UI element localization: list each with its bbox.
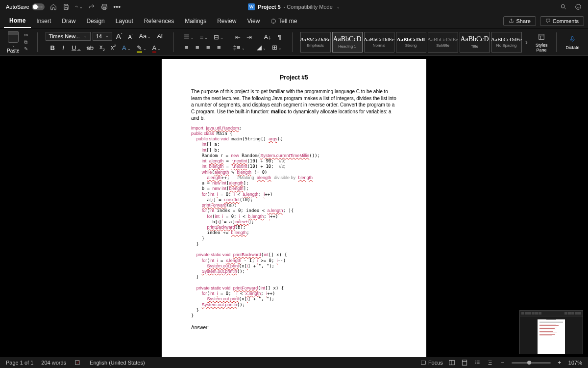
format-painter-icon[interactable]: ✎	[23, 46, 29, 52]
page-count[interactable]: Page 1 of 1	[6, 360, 33, 366]
styles-more-icon[interactable]: ›	[523, 32, 530, 53]
thumbnail-preview[interactable]	[519, 310, 583, 354]
undo-icon[interactable]: ⌄	[75, 3, 83, 11]
size-select[interactable]: 14⌄	[93, 32, 112, 41]
tell-me[interactable]: Tell me	[265, 15, 302, 27]
strike-button[interactable]: ab	[85, 43, 96, 53]
svg-rect-1	[101, 6, 107, 8]
font-select[interactable]: Times New...⌄	[46, 32, 91, 41]
home-icon[interactable]	[49, 3, 57, 11]
align-center-icon[interactable]: ≡	[193, 43, 202, 52]
increase-indent-icon[interactable]: ⇥	[245, 32, 254, 42]
justify-icon[interactable]: ≡	[215, 43, 223, 52]
style-name: Subtitle	[436, 43, 449, 48]
change-case-icon[interactable]: Aa⌄	[137, 31, 153, 41]
highlight-icon[interactable]: ✎⌄	[135, 43, 148, 53]
focus-mode[interactable]: Focus	[420, 360, 443, 366]
svg-rect-0	[102, 4, 106, 6]
search-icon[interactable]	[560, 3, 567, 11]
zoom-out-icon[interactable]: −	[499, 359, 507, 367]
show-marks-icon[interactable]: ¶	[275, 32, 284, 42]
tab-home[interactable]: Home	[4, 14, 31, 28]
more-icon[interactable]: •••	[113, 3, 121, 11]
page[interactable]: Project #5 The purpose of this project i…	[162, 59, 426, 357]
sort-icon[interactable]: A↓	[262, 32, 273, 42]
zoom-slider[interactable]	[512, 362, 551, 364]
print-layout-icon[interactable]	[461, 359, 468, 367]
style-sample: AaBbCcDdEe	[300, 36, 331, 42]
style-sample: AaBbCcDdI	[397, 36, 425, 42]
borders-icon[interactable]: ⊞⌄	[270, 43, 284, 52]
read-mode-icon[interactable]	[448, 359, 456, 367]
text-effects-icon[interactable]: A⌄	[120, 43, 133, 53]
compat-mode: - Compatibility Mode	[284, 4, 333, 10]
tab-view[interactable]: View	[242, 15, 266, 27]
font-color-icon[interactable]: A⌄	[150, 43, 163, 53]
underline-button[interactable]: U⌄	[70, 43, 82, 53]
tab-mailings[interactable]: Mailings	[179, 15, 212, 27]
emoji-icon[interactable]	[574, 3, 582, 11]
decrease-indent-icon[interactable]: ⇤	[233, 32, 243, 42]
style-normal[interactable]: AaBbCcDdEeNormal	[364, 32, 394, 53]
tab-review[interactable]: Review	[212, 15, 242, 27]
answer-label: Answer:	[191, 324, 397, 331]
style-name: Emphasis	[307, 43, 324, 48]
redo-icon[interactable]	[88, 3, 96, 11]
style-sample: AaBbCcDdEe	[364, 36, 394, 42]
web-layout-icon[interactable]	[473, 359, 481, 367]
tab-references[interactable]: References	[139, 15, 179, 27]
clear-format-icon[interactable]: A⃠	[155, 31, 165, 41]
multilevel-icon[interactable]: ⊟⌄	[212, 32, 225, 42]
tab-layout[interactable]: Layout	[110, 15, 139, 27]
dictate-button[interactable]: Dictate	[563, 34, 582, 51]
zoom-level[interactable]: 107%	[568, 360, 582, 366]
style-emphasis[interactable]: AaBbCcDdEeEmphasis	[300, 32, 331, 53]
tab-design[interactable]: Design	[81, 15, 110, 27]
paste-button[interactable]: ⌄ Paste	[7, 31, 20, 53]
word-count[interactable]: 204 words	[41, 360, 66, 366]
autosave-toggle[interactable]: OFF	[32, 3, 45, 10]
style-subtitle[interactable]: AaBbCcDdEeSubtitle	[428, 32, 458, 53]
italic-button[interactable]: I	[59, 43, 68, 53]
doc-heading: Project #5	[191, 74, 397, 81]
save-icon[interactable]	[62, 3, 70, 11]
language[interactable]: English (United States)	[90, 360, 145, 366]
document-canvas[interactable]: Project #5 The purpose of this project i…	[0, 56, 588, 357]
line-spacing-icon[interactable]: ‡≡⌄	[231, 43, 247, 52]
focus-label: Focus	[428, 360, 443, 366]
comments-button[interactable]: Comments	[540, 16, 584, 26]
shading-icon[interactable]: ◢⌄	[255, 43, 268, 52]
bold-button[interactable]: B	[48, 43, 57, 53]
spellcheck-icon[interactable]	[74, 359, 82, 367]
styles-gallery: AaBbCcDdEeEmphasis AaBbCcDHeading 1 AaBb…	[300, 32, 530, 53]
style-nospacing[interactable]: AaBbCcDdEeNo Spacing	[491, 32, 522, 53]
tab-insert[interactable]: Insert	[31, 15, 56, 27]
subscript-button[interactable]: x2	[98, 42, 107, 53]
outline-icon[interactable]	[486, 359, 494, 367]
print-icon[interactable]	[100, 3, 108, 11]
style-name: Strong	[405, 43, 417, 48]
bullets-icon[interactable]: ☰⌄	[182, 32, 196, 42]
copy-icon[interactable]: ⧉	[23, 39, 29, 45]
shrink-font-icon[interactable]: Aˇ	[126, 32, 135, 41]
autosave-off: OFF	[35, 5, 43, 9]
style-title[interactable]: AaBbCcDTitle	[460, 32, 490, 53]
styles-pane-button[interactable]: Styles Pane	[533, 31, 551, 53]
superscript-button[interactable]: x2	[109, 43, 118, 52]
title-chevron-icon[interactable]: ⌄	[337, 5, 340, 9]
align-right-icon[interactable]: ≡	[204, 43, 213, 52]
svg-rect-9	[421, 361, 425, 365]
align-left-icon[interactable]: ≡	[182, 43, 191, 52]
style-heading1[interactable]: AaBbCcDHeading 1	[332, 32, 363, 53]
grow-font-icon[interactable]: Aˆ	[114, 31, 124, 41]
zoom-in-icon[interactable]: +	[556, 359, 564, 367]
share-button[interactable]: Share	[503, 16, 536, 26]
svg-rect-8	[75, 361, 79, 365]
cut-icon[interactable]: ✂	[23, 32, 29, 38]
tab-draw[interactable]: Draw	[56, 15, 81, 27]
style-name: Title	[471, 44, 478, 49]
code-block: import java.util.Random; public class Ma…	[191, 126, 397, 319]
style-strong[interactable]: AaBbCcDdIStrong	[396, 32, 426, 53]
numbering-icon[interactable]: ≡⌄	[198, 32, 210, 42]
style-sample: AaBbCcDdEe	[427, 36, 458, 42]
